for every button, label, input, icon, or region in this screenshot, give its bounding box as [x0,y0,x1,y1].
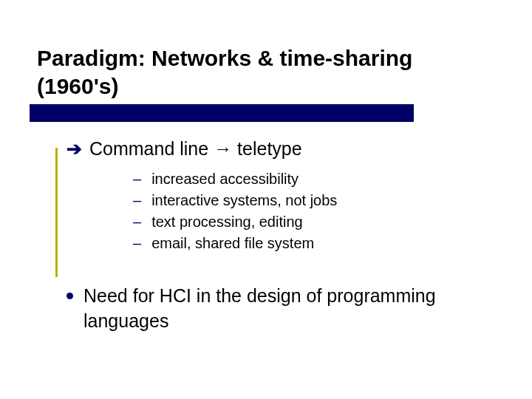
bullet-text: Need for HCI in the design of programmin… [83,284,495,334]
slide-title: Paradigm: Networks & time-sharing (1960'… [37,44,495,100]
main-suffix: teletype [237,138,302,159]
sub-item: – interactive systems, not jobs [133,190,495,211]
sub-item-text: increased accessibility [151,168,299,190]
dash-icon: – [133,233,141,254]
dash-icon: – [133,211,141,233]
sub-item-text: interactive systems, not jobs [151,190,337,211]
sub-item-text: text processing, editing [151,211,303,233]
dash-icon: – [133,190,141,211]
main-prefix: Command line [89,138,208,159]
sub-item: – increased accessibility [133,168,495,190]
bullet-dot-icon [66,293,73,299]
slide: Paradigm: Networks & time-sharing (1960'… [0,0,532,364]
dash-icon: – [133,168,141,190]
inline-arrow-icon: → [214,138,232,159]
title-underline-bar [30,104,414,122]
sub-item: – text processing, editing [133,211,495,233]
main-bullet-text: Command line → teletype [89,138,302,160]
arrow-right-icon: ➔ [66,138,82,160]
sub-list: – increased accessibility – interactive … [133,168,495,254]
sub-item: – email, shared file system [133,233,495,254]
accent-vertical-line [55,148,58,277]
sub-item-text: email, shared file system [151,233,314,254]
main-bullet: ➔ Command line → teletype [66,138,495,160]
bullet-item: Need for HCI in the design of programmin… [66,284,495,334]
